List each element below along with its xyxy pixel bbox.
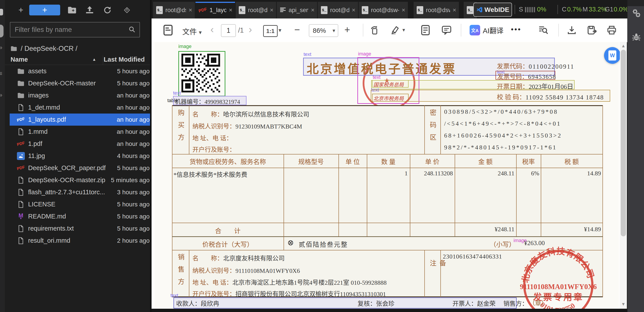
folder-icon — [16, 68, 26, 74]
zoom-in-button[interactable]: + — [344, 24, 350, 35]
activity-partial-icon[interactable] — [0, 9, 3, 16]
stamp-text1: 国家税务总局 — [374, 81, 404, 88]
file-row[interactable]: PDF 1.pdfan hour ago — [10, 138, 155, 150]
dropdown-icon[interactable]: ▾ — [402, 27, 405, 33]
cpu-label: C — [562, 6, 566, 13]
footer-seller: 销售方： — [504, 299, 528, 307]
seller-addr-line: 地 址、电 话：北京市海淀区上地东路1号院4号楼2层221室 010-59928… — [192, 278, 386, 286]
folder-icon — [16, 93, 26, 98]
column-last-modified[interactable]: Last Modified — [104, 56, 145, 63]
file-row[interactable]: requirements.txt5 hours ago — [10, 222, 155, 235]
remark-value: 230106163474406331 — [443, 253, 502, 260]
buyer-name-line: 名 称：哈尔滨所以然信息技术有限公司 — [192, 110, 309, 118]
close-icon[interactable]: × — [229, 7, 232, 14]
scroll-up-icon[interactable]: ▲ — [620, 43, 627, 49]
new-folder-icon[interactable]: + — [67, 5, 77, 16]
file-row[interactable]: DeepSeek-OCR-master5 hours ago — [10, 77, 155, 89]
total-tax: ¥14.89 — [541, 226, 601, 233]
plus-icon[interactable]: + — [16, 4, 26, 16]
table-border-top — [172, 105, 603, 106]
breadcrumb[interactable]: / DeepSeek-OCR / — [10, 44, 77, 54]
tab-terminal[interactable]: $_ root@dsw-1× — [236, 2, 276, 19]
table-line — [516, 154, 516, 236]
upload-icon[interactable] — [84, 5, 95, 16]
search-icon[interactable] — [128, 25, 136, 34]
comment-icon[interactable] — [440, 24, 452, 36]
gears-icon[interactable] — [631, 8, 642, 19]
new-launcher-button[interactable]: + — [29, 5, 60, 16]
dropdown-icon[interactable]: ▾ — [278, 27, 281, 34]
cpu-value: 0.7% — [567, 6, 582, 13]
col-header: 单 位 — [338, 157, 367, 166]
word-export-button[interactable]: W — [604, 47, 621, 64]
file-row[interactable]: 1_det.mmdan hour ago — [10, 101, 155, 113]
file-row-selected[interactable]: PDF 1_layouts.pdfan hour ago — [10, 113, 155, 126]
file-row[interactable]: imagesan hour ago — [10, 89, 155, 101]
fit-mode-button[interactable]: 1:1 — [263, 25, 278, 37]
ai-translate-button[interactable]: 文A AI翻译 — [470, 24, 504, 36]
highlighter-icon[interactable] — [389, 24, 401, 36]
search-document-icon[interactable] — [537, 24, 549, 36]
file-row[interactable]: DeepSeek-OCR-master.zip5 minutes ago — [10, 174, 155, 186]
list-icon[interactable]: ≡ — [0, 70, 2, 77]
next-page-button[interactable]: › — [249, 23, 252, 35]
filter-input[interactable]: Filter files by name — [10, 22, 140, 37]
refresh-icon[interactable] — [102, 5, 113, 16]
sort-ascending-icon[interactable]: ▲ — [92, 57, 96, 62]
file-menu[interactable]: 文件 ▾ — [182, 26, 202, 37]
scrollbar-thumb[interactable] — [621, 50, 626, 236]
panel-icon[interactable] — [162, 24, 174, 36]
prev-page-button[interactable]: ‹ — [210, 23, 214, 35]
webide-window: » ≡ » + + + Filter files by name — [0, 0, 644, 312]
zoom-select[interactable]: 86% ▾ — [309, 24, 338, 37]
file-row[interactable]: result_ori.mmd2 hours ago — [10, 235, 155, 247]
total-label: 合 计 — [172, 226, 284, 235]
close-icon[interactable]: × — [352, 7, 356, 14]
file-row[interactable]: LICENSE5 hours ago — [10, 198, 155, 210]
scroll-down-icon[interactable]: ▼ — [620, 301, 627, 307]
scrollbar[interactable]: ▲ ▼ — [620, 42, 627, 309]
chevron-right-icon[interactable]: » — [0, 44, 2, 51]
close-icon[interactable]: × — [311, 7, 314, 14]
file-row[interactable]: M▼ README.md5 hours ago — [10, 210, 155, 222]
print-icon[interactable] — [606, 24, 618, 36]
tab-log[interactable]: api_server.lo× — [277, 2, 317, 19]
close-icon[interactable]: × — [189, 7, 192, 14]
table-border-left — [172, 105, 172, 297]
storage-label: S — [519, 6, 523, 13]
tab-pdf-active[interactable]: PDF 1_layouts.pd× — [196, 2, 235, 19]
scrollbar-thumb[interactable] — [0, 25, 4, 37]
file-row[interactable]: flash_attn-2.7.3+cu11torc...3 hours ago — [10, 186, 155, 198]
file-row[interactable]: PDF DeepSeek_OCR_paper.pdf5 hours ago — [10, 162, 155, 174]
toolbar-divider — [363, 24, 363, 37]
chevron-right-icon[interactable]: » — [0, 91, 2, 99]
column-name[interactable]: Name — [10, 56, 28, 63]
notes-icon[interactable] — [420, 24, 432, 36]
more-dots-icon[interactable]: ••• — [511, 25, 522, 34]
tab-terminal[interactable]: $_ root@dsw-1× — [414, 2, 459, 19]
download-icon[interactable] — [566, 24, 578, 36]
close-icon[interactable]: × — [453, 7, 456, 14]
tab-terminal[interactable]: $_ root@dsw-1× — [318, 2, 358, 19]
rotate-icon[interactable] — [368, 24, 380, 36]
page-input[interactable]: 1 — [221, 24, 236, 37]
panel-divider[interactable] — [150, 0, 152, 312]
file-explorer: + + + Filter files by name / DeepSeek-OC… — [5, 0, 150, 312]
buyer-bank-line: 开户行及账号： — [192, 145, 236, 153]
zoom-out-button[interactable]: − — [294, 24, 300, 35]
tab-terminal[interactable]: $_ root@dsw-1× — [359, 2, 408, 19]
bug-icon[interactable] — [632, 32, 641, 42]
tab-terminal[interactable]: $_ root@dsw-1× — [153, 2, 195, 19]
save-export-icon[interactable] — [586, 24, 598, 36]
folder-icon — [10, 46, 17, 51]
circled-x-icon: ⊗ — [287, 238, 294, 247]
file-row[interactable]: assets5 hours ago — [10, 65, 155, 77]
file-row[interactable]: 11.jpg4 hours ago — [10, 150, 155, 162]
webide-button[interactable]: WebIDE — [473, 3, 512, 17]
close-icon[interactable]: × — [402, 7, 405, 14]
close-icon[interactable]: × — [270, 7, 274, 14]
log-icon — [280, 7, 286, 13]
file-row[interactable]: 1.mmdan hour ago — [10, 126, 155, 138]
stats-divider — [558, 5, 558, 14]
git-icon[interactable] — [122, 5, 132, 16]
